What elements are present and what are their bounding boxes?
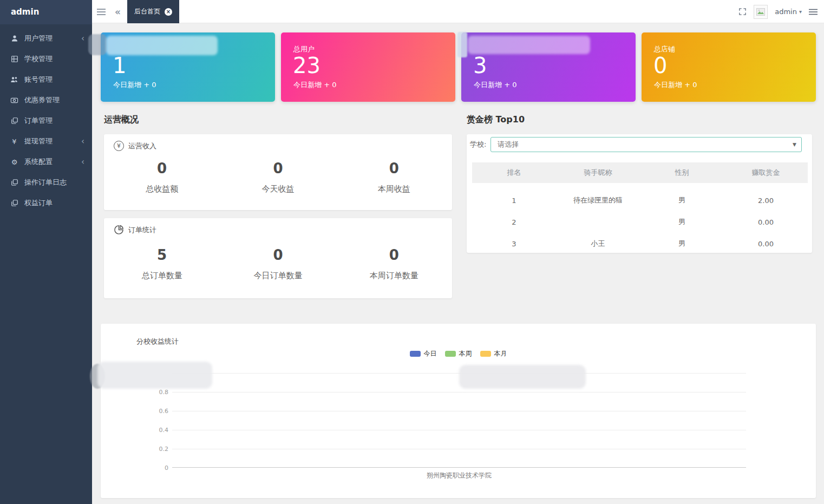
y-tick: 0.2: [151, 446, 168, 453]
app-title: admin: [0, 0, 92, 24]
bounty-table: 排名 骑手昵称 性别 赚取赏金 1 待在绿匣里的猫 男 2.00 2 男 0.0…: [472, 162, 808, 254]
stat-card-subtitle: 今日新增 + 0: [293, 80, 336, 90]
order-stats-card: 订单统计 5 总订单数量 0 今日订单数量 0 本周订单数量: [104, 218, 452, 298]
settings-icon: ⚙: [10, 158, 19, 166]
sidebar-item-label: 优惠券管理: [24, 95, 60, 105]
section-title-overview: 运营概况: [104, 114, 139, 126]
close-icon[interactable]: ×: [165, 8, 172, 16]
school-select[interactable]: 请选择 ▼: [491, 137, 802, 152]
order-card-header: 订单统计: [114, 225, 156, 235]
income-icon: ¥: [114, 141, 124, 151]
sidebar-item-users[interactable]: 用户管理 ‹: [0, 28, 92, 49]
bounty-table-body: 1 待在绿匣里的猫 男 2.00 2 男 0.00 3 小王 男 0.00: [472, 189, 808, 254]
table-row: 3 小王 男 0.00: [472, 233, 808, 254]
chevron-left-icon: ‹: [81, 35, 84, 43]
sidebar-item-schools[interactable]: 学校管理: [0, 49, 92, 69]
income-card-header: ¥ 运营收入: [114, 141, 156, 151]
x-axis-line: [172, 467, 746, 468]
sidebar-item-label: 学校管理: [24, 54, 53, 64]
bounty-table-header: 排名 骑手昵称 性别 赚取赏金: [472, 162, 808, 183]
hamburger-icon[interactable]: [96, 0, 106, 23]
sidebar-item-label: 账号管理: [24, 75, 53, 84]
order-stats: 5 总订单数量 0 今日订单数量 0 本周订单数量: [104, 248, 452, 281]
log-icon: [10, 179, 19, 186]
sidebar-item-accounts[interactable]: 账号管理: [0, 69, 92, 90]
school-label: 学校:: [470, 140, 491, 149]
fullscreen-icon[interactable]: [738, 8, 747, 16]
sidebar-item-order-log[interactable]: 操作订单日志: [0, 172, 92, 193]
order-card-title: 订单统计: [128, 225, 156, 235]
sidebar-item-coupons[interactable]: 优惠券管理: [0, 90, 92, 110]
stat-week-orders: 0 本周订单数量: [336, 248, 452, 281]
sidebar-item-label: 用户管理: [24, 34, 53, 43]
sidebar: admin 用户管理 ‹ 学校管理 账号管理: [0, 0, 92, 504]
withdraw-icon: ¥: [10, 138, 19, 146]
list-icon[interactable]: [809, 9, 818, 15]
sidebar-item-label: 操作订单日志: [24, 178, 67, 187]
user-icon: [10, 35, 19, 42]
user-menu[interactable]: admin ▾: [775, 8, 802, 16]
stat-card-3: 3 今日新增 + 0: [461, 32, 636, 102]
sidebar-item-rights-orders[interactable]: 权益订单: [0, 193, 92, 213]
tab-label: 后台首页: [134, 7, 160, 16]
stat-today-income: 0 今天收益: [220, 161, 336, 194]
legend-item-week[interactable]: 本周: [445, 349, 472, 358]
sidebar-item-settings[interactable]: ⚙ 系统配置 ‹: [0, 152, 92, 172]
chart-title: 分校收益统计: [136, 337, 179, 346]
stat-total-income: 0 总收益额: [104, 161, 220, 194]
sidebar-item-label: 提现管理: [24, 136, 53, 146]
table-row: 2 男 0.00: [472, 211, 808, 233]
stat-card-value: 3: [473, 52, 487, 79]
stat-card-value: 23: [293, 52, 321, 79]
legend-swatch: [480, 351, 491, 357]
table-row: 1 待在绿匣里的猫 男 2.00: [472, 189, 808, 211]
chevron-down-icon: ▾: [799, 9, 802, 15]
y-tick: 0.4: [151, 427, 168, 434]
admin-dashboard: admin 用户管理 ‹ 学校管理 账号管理: [0, 0, 824, 504]
stat-card-subtitle: 今日新增 + 0: [654, 80, 697, 90]
chevron-left-icon: ‹: [81, 138, 84, 146]
top-bar-right: admin ▾: [738, 0, 818, 23]
select-arrow-icon: ▼: [793, 138, 796, 152]
legend-item-today[interactable]: 今日: [410, 349, 437, 358]
stat-card-total-shops: 总店铺 0 今日新增 + 0: [642, 32, 816, 102]
stat-today-orders: 0 今日订单数量: [220, 248, 336, 281]
stat-card-value: 1: [113, 52, 126, 79]
legend-swatch: [410, 351, 421, 357]
y-tick: 0: [151, 464, 168, 472]
legend-item-month[interactable]: 本月: [480, 349, 507, 358]
orders-icon: [10, 117, 19, 125]
income-stats: 0 总收益额 0 今天收益 0 本周收益: [104, 161, 452, 194]
coupon-icon: [10, 97, 19, 104]
chart-plot-area: [172, 373, 746, 468]
income-card: ¥ 运营收入 0 总收益额 0 今天收益 0 本周收益: [104, 134, 452, 210]
top-bar: « 后台首页 × admin ▾: [92, 0, 824, 23]
rights-icon: [10, 199, 19, 207]
school-filter-row: 学校: 请选择 ▼: [470, 136, 802, 153]
branch-income-chart-card: 分校收益统计 今日 本周 本月 0 0.2 0.4: [101, 324, 816, 498]
sidebar-item-orders[interactable]: 订单管理: [0, 110, 92, 131]
username-label: admin: [775, 8, 797, 16]
chart-legend: 今日 本周 本月: [101, 349, 816, 358]
pie-chart-icon: [114, 225, 124, 235]
stat-total-orders: 5 总订单数量: [104, 248, 220, 281]
accounts-icon: [10, 76, 19, 83]
stat-card-value: 0: [653, 52, 667, 79]
avatar[interactable]: [754, 5, 768, 19]
stat-card-1: 1 今日新增 + 0: [101, 32, 275, 102]
income-card-title: 运营收入: [128, 141, 156, 151]
stat-week-income: 0 本周收益: [336, 161, 452, 194]
y-tick: 0.8: [151, 389, 168, 396]
tab-dashboard[interactable]: 后台首页 ×: [127, 0, 179, 23]
x-axis-category-label: 朔州陶瓷职业技术学院: [172, 471, 746, 480]
sidebar-item-label: 系统配置: [24, 157, 53, 167]
sidebar-item-label: 订单管理: [24, 116, 53, 126]
school-select-value: 请选择: [498, 140, 519, 148]
bounty-card: 学校: 请选择 ▼ 排名 骑手昵称 性别 赚取赏金 1 待在绿匣里的猫 男 2.…: [467, 134, 812, 253]
sidebar-item-withdraw[interactable]: ¥ 提现管理 ‹: [0, 131, 92, 152]
sidebar-nav: 用户管理 ‹ 学校管理 账号管理 优惠券管理: [0, 24, 92, 213]
section-title-bounty: 赏金榜 Top10: [467, 114, 525, 126]
legend-swatch: [445, 351, 456, 357]
school-icon: [10, 55, 19, 63]
collapse-tabs-icon[interactable]: «: [115, 0, 121, 23]
